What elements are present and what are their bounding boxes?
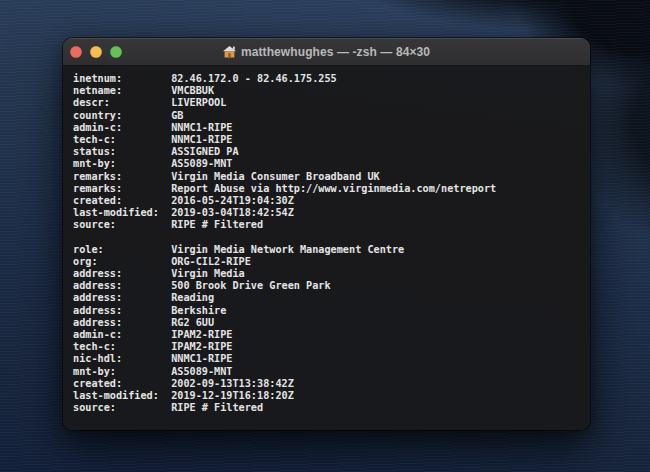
whois-line: tech-c:IPAM2-RIPE (73, 341, 580, 353)
whois-line: mnt-by:AS5089-MNT (73, 366, 580, 378)
whois-line: tech-c:NNMC1-RIPE (73, 134, 580, 146)
whois-line: address:500 Brook Drive Green Park (73, 280, 580, 292)
whois-line: role:Virgin Media Network Management Cen… (73, 244, 580, 256)
whois-key: nic-hdl: (73, 353, 171, 365)
whois-key: admin-c: (73, 329, 171, 341)
whois-value: Virgin Media Consumer Broadband UK (171, 171, 380, 182)
whois-value: Berkshire (171, 305, 226, 316)
zoom-button[interactable] (110, 46, 122, 58)
whois-line: last-modified:2019-12-19T16:18:20Z (73, 390, 580, 402)
whois-key: address: (73, 317, 171, 329)
whois-key: address: (73, 268, 171, 280)
whois-value: Virgin Media (171, 268, 245, 279)
whois-key: address: (73, 305, 171, 317)
whois-value: Report Abuse via http://www.virginmedia.… (171, 183, 496, 194)
whois-line: remarks:Report Abuse via http://www.virg… (73, 183, 580, 195)
whois-line: netname:VMCBBUK (73, 85, 580, 97)
whois-value: 2019-03-04T18:42:54Z (171, 207, 294, 218)
whois-line: mnt-by:AS5089-MNT (73, 158, 580, 170)
whois-key: source: (73, 402, 171, 414)
whois-value: LIVERPOOL (171, 97, 226, 108)
whois-line: country:GB (73, 110, 580, 122)
whois-value: 500 Brook Drive Green Park (171, 280, 330, 291)
whois-line: source:RIPE # Filtered (73, 402, 580, 414)
whois-value: Reading (171, 292, 214, 303)
whois-value: NNMC1-RIPE (171, 122, 232, 133)
whois-key: tech-c: (73, 341, 171, 353)
whois-value: AS5089-MNT (171, 158, 232, 169)
whois-line: remarks:Virgin Media Consumer Broadband … (73, 171, 580, 183)
whois-value: Virgin Media Network Management Centre (171, 244, 404, 255)
whois-value: 82.46.172.0 - 82.46.175.255 (171, 73, 337, 84)
whois-line: admin-c:NNMC1-RIPE (73, 122, 580, 134)
whois-line: created:2016-05-24T19:04:30Z (73, 195, 580, 207)
whois-line: org:ORG-CIL2-RIPE (73, 256, 580, 268)
whois-value: 2016-05-24T19:04:30Z (171, 195, 294, 206)
whois-value: AS5089-MNT (171, 366, 232, 377)
whois-line: last-modified:2019-03-04T18:42:54Z (73, 207, 580, 219)
whois-value: RIPE # Filtered (171, 219, 263, 230)
terminal-screen[interactable]: inetnum:82.46.172.0 - 82.46.175.255netna… (63, 66, 590, 429)
whois-value: ORG-CIL2-RIPE (171, 256, 251, 267)
home-icon (223, 46, 236, 58)
whois-value: ASSIGNED PA (171, 146, 238, 157)
whois-key: address: (73, 292, 171, 304)
whois-key: mnt-by: (73, 366, 171, 378)
whois-line: address:RG2 6UU (73, 317, 580, 329)
whois-key: last-modified: (73, 207, 171, 219)
whois-key: created: (73, 195, 171, 207)
whois-line: descr:LIVERPOOL (73, 97, 580, 109)
whois-key: role: (73, 244, 171, 256)
window-title: matthewhughes — -zsh — 84×30 (63, 45, 590, 59)
whois-line: created:2002-09-13T13:38:42Z (73, 378, 580, 390)
whois-key: org: (73, 256, 171, 268)
terminal-window[interactable]: matthewhughes — -zsh — 84×30 inetnum:82.… (63, 38, 590, 430)
whois-value: GB (171, 110, 183, 121)
whois-line: address:Reading (73, 292, 580, 304)
whois-line: status:ASSIGNED PA (73, 146, 580, 158)
window-title-bar[interactable]: matthewhughes — -zsh — 84×30 (63, 38, 590, 66)
whois-key: created: (73, 378, 171, 390)
whois-value: NNMC1-RIPE (171, 134, 232, 145)
whois-line: source:RIPE # Filtered (73, 219, 580, 231)
whois-value: 2019-12-19T16:18:20Z (171, 390, 294, 401)
whois-line: nic-hdl:NNMC1-RIPE (73, 353, 580, 365)
whois-value: 2002-09-13T13:38:42Z (171, 378, 294, 389)
whois-value: RG2 6UU (171, 317, 214, 328)
whois-key: status: (73, 146, 171, 158)
whois-key: netname: (73, 85, 171, 97)
whois-line: inetnum:82.46.172.0 - 82.46.175.255 (73, 73, 580, 85)
whois-key: inetnum: (73, 73, 171, 85)
whois-key: address: (73, 280, 171, 292)
blank-line (73, 231, 580, 243)
close-button[interactable] (70, 46, 82, 58)
whois-key: tech-c: (73, 134, 171, 146)
whois-value: RIPE # Filtered (171, 402, 263, 413)
whois-value: IPAM2-RIPE (171, 341, 232, 352)
desktop-wallpaper: matthewhughes — -zsh — 84×30 inetnum:82.… (0, 0, 650, 472)
whois-key: descr: (73, 97, 171, 109)
minimize-button[interactable] (90, 46, 102, 58)
whois-value: IPAM2-RIPE (171, 329, 232, 340)
whois-value: NNMC1-RIPE (171, 353, 232, 364)
whois-key: admin-c: (73, 122, 171, 134)
whois-value: VMCBBUK (171, 85, 214, 96)
window-title-text: matthewhughes — -zsh — 84×30 (241, 45, 430, 59)
whois-key: source: (73, 219, 171, 231)
whois-line: address:Virgin Media (73, 268, 580, 280)
whois-key: last-modified: (73, 390, 171, 402)
whois-key: remarks: (73, 171, 171, 183)
traffic-lights (70, 38, 122, 65)
whois-key: country: (73, 110, 171, 122)
whois-key: mnt-by: (73, 158, 171, 170)
whois-line: admin-c:IPAM2-RIPE (73, 329, 580, 341)
whois-line: address:Berkshire (73, 305, 580, 317)
whois-key: remarks: (73, 183, 171, 195)
